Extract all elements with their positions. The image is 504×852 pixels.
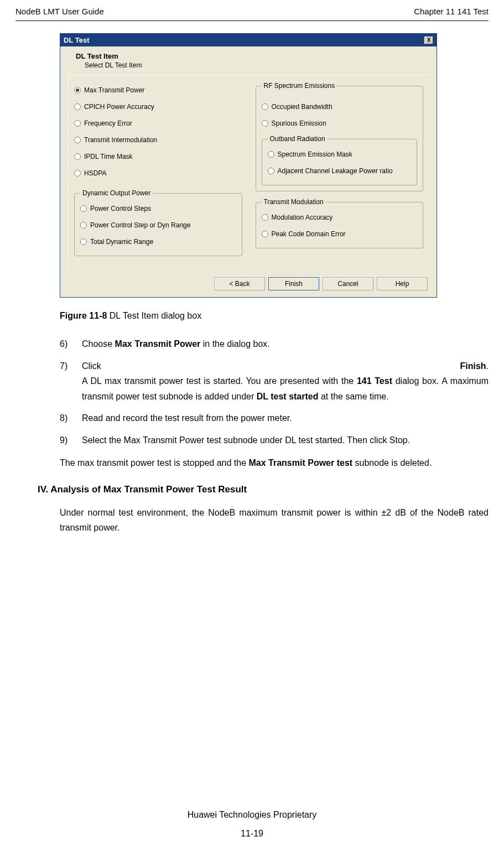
group-legend: Dynamic Output Power [80,189,153,197]
header-left: NodeB LMT User Guide [15,7,104,16]
dialog-title: DL Test [64,36,89,44]
step-9: 9) Select the Max Transmit Power test su… [60,429,489,451]
radio-icon [80,205,87,212]
dl-test-item-header: DL Test Item [66,52,431,61]
group-legend: Transmit Modulation [262,198,326,206]
rf-spectrum-emissions-group: RF Spectrum Emissions Occupied Bandwidth… [256,82,424,191]
header-right: Chapter 11 141 Test [414,7,489,16]
step-number: 9) [60,433,82,448]
dialog-button-row: < Back Finish Cancel Help [66,272,431,290]
transmit-modulation-group: Transmit Modulation Modulation Accuracy … [256,198,424,248]
dialog-titlebar: DL Test X [60,34,437,46]
back-button[interactable]: < Back [214,277,265,290]
dynamic-output-power-group: Dynamic Output Power Power Control Steps… [74,189,242,256]
radio-label: Power Control Step or Dyn Range [90,221,190,229]
radio-icon [74,137,81,143]
page-header: NodeB LMT User Guide Chapter 11 141 Test [0,0,504,20]
footer-page-number: 11-19 [0,820,504,839]
section-heading: IV. Analysis of Max Transmit Power Test … [38,475,489,501]
radio-hsdpa[interactable]: HSDPA [74,165,242,181]
step-number: 8) [60,411,82,426]
radio-label: Modulation Accuracy [272,214,333,221]
radio-peak-code-domain-error[interactable]: Peak Code Domain Error [262,226,418,242]
step-bold: DL test started [257,392,319,401]
radio-label: IPDL Time Mask [84,153,133,160]
radio-icon [262,103,268,110]
page-footer: Huawei Technologies Proprietary 11-19 [0,810,504,839]
step-8: 8) Read and record the test result from … [60,407,489,429]
result-paragraph: The max transmit power test is stopped a… [60,451,489,475]
radio-label: HSDPA [84,169,106,177]
step-7: 7) ClickFinish. A DL max transmit power … [60,355,489,408]
radio-icon [262,120,268,127]
radio-power-control-steps[interactable]: Power Control Steps [80,200,236,217]
step-text: at the same time. [318,392,388,401]
radio-icon [74,153,81,160]
para-text: subnode is deleted. [352,458,432,467]
radio-label: Transmit Intermodulation [84,136,157,144]
radio-cpich-power-accuracy[interactable]: CPICH Power Accuracy [74,98,242,115]
figure-text: DL Test Item dialog box [110,311,201,320]
radio-icon [268,168,274,174]
radio-icon [268,151,274,158]
radio-occupied-bandwidth[interactable]: Occupied Bandwidth [262,98,418,115]
radio-power-control-step-dyn-range[interactable]: Power Control Step or Dyn Range [80,217,236,233]
dl-test-dialog: DL Test X DL Test Item Select DL Test It… [60,33,437,298]
radio-transmit-intermodulation[interactable]: Transmit Intermodulation [74,132,242,148]
radio-adjacent-channel-leakage[interactable]: Adjacent Channel Leakage Power ratio [268,163,412,179]
radio-total-dynamic-range[interactable]: Total Dynamic Range [80,233,236,250]
radio-icon [74,120,81,127]
figure-caption: Figure 11-8 DL Test Item dialog box [60,298,489,333]
radio-label: Spurious Emission [272,120,326,127]
radio-spurious-emission[interactable]: Spurious Emission [262,115,418,132]
step-click: Click [82,359,101,374]
help-button[interactable]: Help [377,277,428,290]
radio-icon [262,214,268,221]
group-legend: RF Spectrum Emissions [262,82,337,90]
radio-ipdl-time-mask[interactable]: IPDL Time Mask [74,148,242,165]
radio-label: Frequency Error [84,120,132,127]
step-text: A DL max transmit power test is started.… [82,376,357,386]
para-bold: Max Transmit Power test [249,458,353,467]
radio-max-transmit-power[interactable]: Max Transmit Power [74,82,242,98]
radio-label: Power Control Steps [90,205,151,212]
outband-radiation-group: Outband Radiation Spectrum Emission Mask… [262,135,418,185]
group-legend: Outband Radiation [268,135,328,143]
radio-label: Adjacent Channel Leakage Power ratio [278,167,393,175]
dl-test-item-sub: Select DL Test Item [66,61,431,71]
footer-proprietary: Huawei Technologies Proprietary [0,810,504,820]
step-text: Read and record the test result from the… [82,411,489,426]
radio-label: Spectrum Emission Mask [278,150,352,158]
dialog-main-panel: Max Transmit Power CPICH Power Accuracy … [68,75,429,272]
step-bold: Max Transmit Power [115,339,201,349]
finish-button[interactable]: Finish [268,277,319,290]
radio-icon [80,238,87,245]
radio-icon [74,170,81,176]
procedure-steps: 6) Choose Max Transmit Power in the dial… [60,333,489,451]
radio-modulation-accuracy[interactable]: Modulation Accuracy [262,209,418,226]
step-bold: 141 Test [357,376,392,386]
step-text: in the dialog box. [200,339,269,349]
right-column: RF Spectrum Emissions Occupied Bandwidth… [256,82,424,263]
para-text: The max transmit power test is stopped a… [60,458,249,467]
left-column: Max Transmit Power CPICH Power Accuracy … [74,82,242,263]
radio-icon [74,87,81,93]
analysis-paragraph: Under normal test environment, the NodeB… [60,501,489,540]
radio-label: Peak Code Domain Error [272,230,346,238]
radio-icon [74,103,81,110]
step-number: 7) [60,359,82,404]
radio-label: Occupied Bandwidth [272,103,332,111]
radio-label: Total Dynamic Range [90,238,153,246]
radio-icon [262,231,268,237]
figure-number: Figure 11-8 [60,311,110,320]
radio-spectrum-emission-mask[interactable]: Spectrum Emission Mask [268,146,412,163]
radio-frequency-error[interactable]: Frequency Error [74,115,242,132]
step-finish: Finish [460,361,486,371]
radio-label: Max Transmit Power [84,86,144,94]
radio-label: CPICH Power Accuracy [84,103,154,111]
close-icon[interactable]: X [424,37,433,44]
radio-icon [80,222,87,228]
cancel-button[interactable]: Cancel [323,277,373,290]
step-number: 6) [60,336,82,352]
step-6: 6) Choose Max Transmit Power in the dial… [60,333,489,355]
